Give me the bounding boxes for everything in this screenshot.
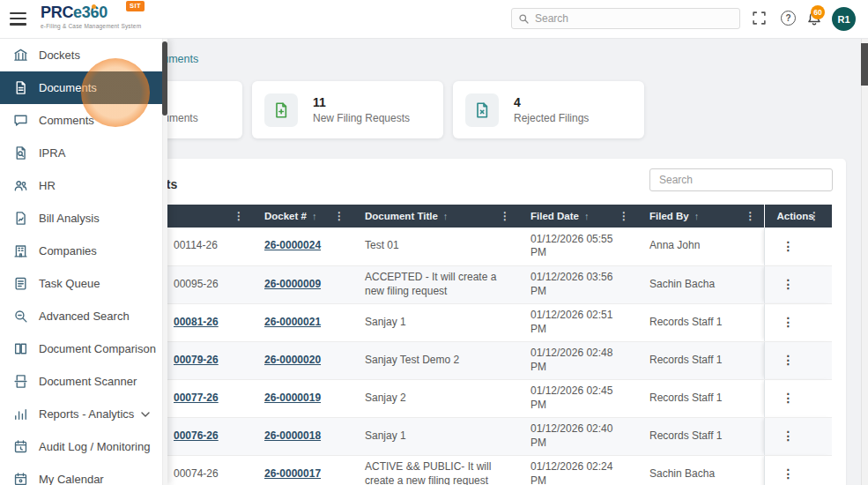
- sort-icon[interactable]: ↑: [694, 211, 700, 221]
- sidebar-item-label: Reports - Analytics: [39, 407, 134, 421]
- column-header-filed-date[interactable]: Filed Date↑ ⋮: [518, 205, 637, 228]
- column-menu-icon[interactable]: ⋮: [746, 210, 756, 222]
- document-icon: [13, 80, 28, 95]
- fullscreen-icon[interactable]: [752, 11, 768, 26]
- documents-panel: Documents ⋮ Docket #↑ ⋮ Document Title↑ …: [84, 159, 846, 485]
- docket-link[interactable]: 26-0000021: [264, 316, 321, 328]
- sidebar-item-document-comparison[interactable]: Document Comparison: [0, 332, 162, 365]
- avatar[interactable]: R1: [832, 7, 856, 31]
- filing-number-link[interactable]: 00079-26: [174, 354, 219, 366]
- column-label: Docket #: [264, 211, 307, 221]
- page-scrollbar-thumb[interactable]: [861, 43, 868, 86]
- help-icon[interactable]: ?: [781, 11, 796, 26]
- sidebar-item-audit-log-monitoring[interactable]: Audit Log / Monitoring: [0, 430, 162, 463]
- global-search[interactable]: [511, 8, 740, 29]
- sort-icon[interactable]: ↑: [584, 211, 590, 221]
- sidebar-item-reports-analytics[interactable]: Reports - Analytics: [0, 398, 162, 430]
- filed-date: 01/12/2026 02:40 PM: [518, 417, 637, 455]
- filing-number-link[interactable]: 00077-26: [174, 392, 219, 404]
- compare-icon: [13, 341, 28, 356]
- logo-accent-dot: [92, 4, 96, 9]
- search-icon: [518, 13, 530, 25]
- sidebar-item-dockets[interactable]: Dockets: [0, 39, 162, 71]
- column-menu-icon[interactable]: ⋮: [809, 210, 820, 222]
- docket-link[interactable]: 26-0000019: [264, 392, 321, 404]
- sidebar-item-label: My Calendar: [39, 473, 104, 485]
- filing-number: 00114-26: [174, 239, 218, 251]
- sidebar-item-hr[interactable]: HR: [0, 169, 162, 202]
- filed-by: Sachin Bacha: [637, 455, 764, 485]
- row-actions-menu-icon[interactable]: ⋮: [777, 313, 800, 331]
- page-scrollbar-track: [861, 39, 868, 485]
- table-row: 00081-26 26-0000021 Sanjay 1 01/12/2026 …: [84, 303, 832, 341]
- column-menu-icon[interactable]: ⋮: [500, 210, 510, 222]
- column-label: Filed By: [649, 211, 689, 221]
- sidebar-item-label: Task Queue: [39, 277, 100, 290]
- row-actions-menu-icon[interactable]: ⋮: [777, 275, 800, 293]
- docket-link[interactable]: 26-0000020: [264, 354, 321, 366]
- document-title: Sanjay 2: [352, 379, 518, 417]
- row-actions-menu-icon[interactable]: ⋮: [777, 389, 800, 407]
- row-actions-menu-icon[interactable]: ⋮: [777, 427, 800, 444]
- sidebar-item-my-calendar[interactable]: My Calendar: [0, 463, 162, 485]
- logo-text-prc: PRC: [41, 4, 73, 21]
- stat-card-new-filing-requests[interactable]: 11 New Filing Requests: [252, 81, 443, 138]
- filing-number-link[interactable]: 00081-26: [174, 316, 219, 328]
- sidebar-nav: Dockets Documents Comments IPRA: [0, 39, 167, 485]
- documents-table: ⋮ Docket #↑ ⋮ Document Title↑ ⋮ Filed Da…: [84, 205, 832, 485]
- document-title: Sanjay 1: [352, 417, 518, 455]
- sidebar-item-advanced-search[interactable]: Advanced Search: [0, 300, 162, 332]
- sidebar-item-bill-analysis[interactable]: Bill Analysis: [0, 202, 162, 235]
- sidebar-item-label: Comments: [39, 114, 94, 127]
- sort-icon[interactable]: ↑: [443, 211, 449, 221]
- stat-label: Rejected Filings: [514, 112, 589, 124]
- row-actions-menu-icon[interactable]: ⋮: [777, 465, 800, 482]
- column-menu-icon[interactable]: ⋮: [619, 210, 629, 222]
- menu-toggle-icon[interactable]: [10, 12, 26, 26]
- row-actions-menu-icon[interactable]: ⋮: [777, 237, 800, 255]
- document-title: ACTIVE && PUBLIC- It will create a new f…: [352, 455, 518, 485]
- column-label: Filed Date: [530, 211, 579, 221]
- bank-icon: [13, 48, 28, 63]
- column-header-document-title[interactable]: Document Title↑ ⋮: [352, 205, 518, 228]
- sidebar-item-label: Document Comparison: [39, 342, 156, 355]
- sidebar-item-comments[interactable]: Comments: [0, 104, 162, 137]
- sidebar-item-documents[interactable]: Documents: [0, 71, 162, 104]
- sidebar-item-companies[interactable]: Companies: [0, 235, 162, 267]
- filing-number-link[interactable]: 00076-26: [174, 429, 219, 442]
- document-title: ACCEPTED - It will create a new filing r…: [352, 265, 518, 303]
- sidebar-item-label: Dockets: [39, 48, 80, 62]
- stat-label: New Filing Requests: [313, 112, 410, 124]
- column-menu-icon[interactable]: ⋮: [234, 210, 244, 222]
- notification-count-badge[interactable]: 60: [811, 5, 825, 19]
- docket-link[interactable]: 26-0000009: [264, 278, 321, 290]
- column-header-actions: Actions ⋮: [764, 205, 832, 228]
- column-menu-icon[interactable]: ⋮: [334, 210, 345, 222]
- stat-card-rejected-filings[interactable]: 4 Rejected Filings: [453, 81, 644, 138]
- sidebar-item-document-scanner[interactable]: Document Scanner: [0, 365, 162, 398]
- docket-link[interactable]: 26-0000018: [264, 429, 321, 442]
- stat-value: 4: [514, 95, 589, 110]
- global-search-input[interactable]: [535, 12, 729, 25]
- sidebar-item-ipra[interactable]: IPRA: [0, 137, 162, 169]
- rejected-filing-stat-icon: [465, 93, 499, 127]
- table-header-row: ⋮ Docket #↑ ⋮ Document Title↑ ⋮ Filed Da…: [84, 205, 832, 228]
- building-icon: [13, 243, 28, 258]
- sidebar-item-task-queue[interactable]: Task Queue: [0, 267, 162, 300]
- docket-link[interactable]: 26-0000017: [264, 467, 321, 480]
- logo-tagline: e-Filing & Case Management System: [41, 23, 141, 29]
- sort-icon[interactable]: ↑: [312, 211, 317, 221]
- table-search-input[interactable]: [650, 169, 832, 190]
- sidebar-item-label: Advanced Search: [39, 310, 130, 323]
- stat-value: 11: [313, 95, 410, 110]
- table-row: 00114-26 26-0000024 Test 01 01/12/2026 0…: [84, 228, 832, 265]
- filed-by: Records Staff 1: [637, 379, 764, 417]
- column-header-filed-by[interactable]: Filed By↑ ⋮: [637, 205, 764, 228]
- table-search[interactable]: [649, 168, 833, 191]
- docket-link[interactable]: 26-0000024: [264, 239, 321, 251]
- filed-by: Anna John: [637, 228, 764, 265]
- sidebar-scrollbar-thumb[interactable]: [162, 41, 167, 116]
- column-header-docket[interactable]: Docket #↑ ⋮: [252, 205, 352, 228]
- row-actions-menu-icon[interactable]: ⋮: [777, 351, 800, 369]
- audit-calendar-icon: [13, 439, 28, 454]
